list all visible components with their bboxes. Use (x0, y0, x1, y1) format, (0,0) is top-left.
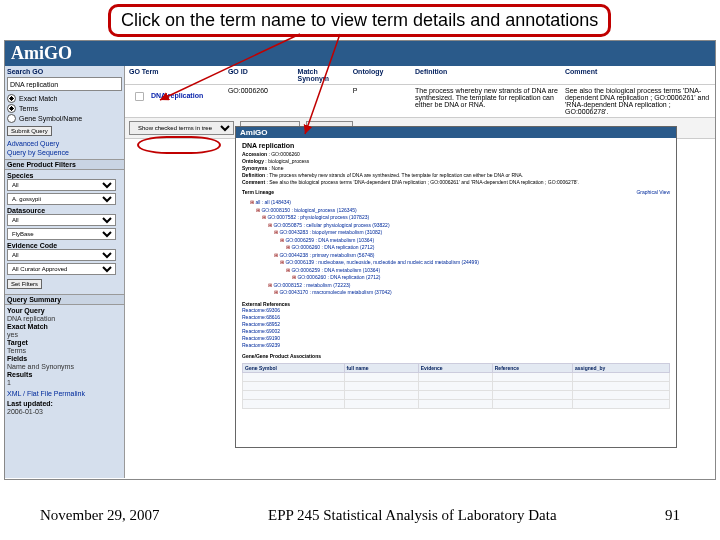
cell-comment: See also the biological process terms 'D… (565, 87, 711, 115)
datasource-label: Datasource (7, 207, 122, 214)
filters-heading: Gene Product Filters (5, 159, 124, 170)
summary-query: DNA replication (7, 315, 122, 322)
footer-title: EPP 245 Statistical Analysis of Laborato… (160, 507, 665, 524)
summary-fields: Name and Synonyms (7, 363, 122, 370)
associations-table: Gene Symbol full name Evidence Reference… (242, 363, 670, 409)
species-list[interactable]: A. gossypii (7, 193, 116, 205)
table-row (243, 381, 670, 390)
permalink-link[interactable]: XML / Flat File Permalink (7, 390, 122, 397)
detail-synonyms: None (271, 165, 283, 171)
detail-term-title: DNA replication (242, 142, 670, 149)
species-select[interactable]: All (7, 179, 116, 191)
radio-selected-icon (7, 104, 16, 113)
advanced-query-link[interactable]: Advanced Query (7, 140, 122, 147)
graphical-view-link[interactable]: Graphical View (636, 189, 670, 195)
query-by-sequence-link[interactable]: Query by Sequence (7, 149, 122, 156)
set-filters-button[interactable]: Set Filters (7, 279, 42, 289)
amigo-screenshot: AmiGO Search GO Exact Match Terms Gene S… (4, 40, 716, 480)
evidence-list[interactable]: All Curator Approved (7, 263, 116, 275)
app-logo: AmiGO (5, 41, 715, 66)
footer-date: November 29, 2007 (40, 507, 160, 524)
evidence-select[interactable]: All (7, 249, 116, 261)
detail-app-bar: AmiGO (236, 127, 676, 138)
datasource-list[interactable]: FlyBase (7, 228, 116, 240)
cell-synonym (298, 87, 349, 115)
table-row (243, 390, 670, 399)
table-row (243, 399, 670, 408)
summary-heading: Query Summary (5, 294, 124, 305)
datasource-select[interactable]: All (7, 214, 116, 226)
species-label: Species (7, 172, 122, 179)
search-input[interactable] (7, 77, 122, 91)
detail-ontology: biological_process (268, 158, 309, 164)
detail-accession: GO:0006260 (271, 151, 300, 157)
term-detail-panel: AmiGO DNA replication Accession : GO:000… (235, 126, 677, 448)
term-name-link[interactable]: DNA replication (151, 92, 203, 99)
sidebar: Search GO Exact Match Terms Gene Symbol/… (5, 66, 125, 478)
radio-unselected-icon (7, 114, 16, 123)
radio-terms[interactable]: Terms (7, 104, 122, 113)
radio-selected-icon (7, 94, 16, 103)
submit-search-button[interactable]: Submit Query (7, 126, 52, 136)
detail-definition: The process whereby new strands of DNA a… (269, 172, 523, 178)
radio-gene-symbol[interactable]: Gene Symbol/Name (7, 114, 122, 123)
row-checkbox[interactable] (135, 92, 144, 101)
results-row: DNA replication GO:0006260 P The process… (125, 85, 715, 117)
external-refs: Reactome:69306Reactome:68616Reactome:689… (242, 307, 670, 349)
cell-ontology: P (353, 87, 411, 115)
last-updated-value: 2006-01-03 (7, 408, 122, 415)
summary-target: Terms (7, 347, 122, 354)
summary-results: 1 (7, 379, 122, 386)
detail-comment: See also the biological process terms 'D… (269, 179, 579, 185)
footer-page-number: 91 (665, 507, 680, 524)
show-in-tree-select[interactable]: Show checked terms in tree (129, 121, 234, 135)
results-panel: GO Term GO ID Match Synonym Ontology Def… (125, 66, 715, 478)
evidence-label: Evidence Code (7, 242, 122, 249)
instruction-callout: Click on the term name to view term deta… (108, 4, 611, 37)
term-lineage-tree: ⊞ all : all (148434)⊞ GO:0008150 : biolo… (250, 199, 670, 297)
slide-footer: November 29, 2007 EPP 245 Statistical An… (0, 507, 720, 524)
cell-definition: The process whereby new strands of DNA a… (415, 87, 561, 115)
table-row (243, 372, 670, 381)
radio-exact-match[interactable]: Exact Match (7, 94, 122, 103)
results-column-headers: GO Term GO ID Match Synonym Ontology Def… (125, 66, 715, 85)
search-label: Search GO (7, 68, 122, 75)
summary-exact: yes (7, 331, 122, 338)
cell-goid: GO:0006260 (228, 87, 294, 115)
